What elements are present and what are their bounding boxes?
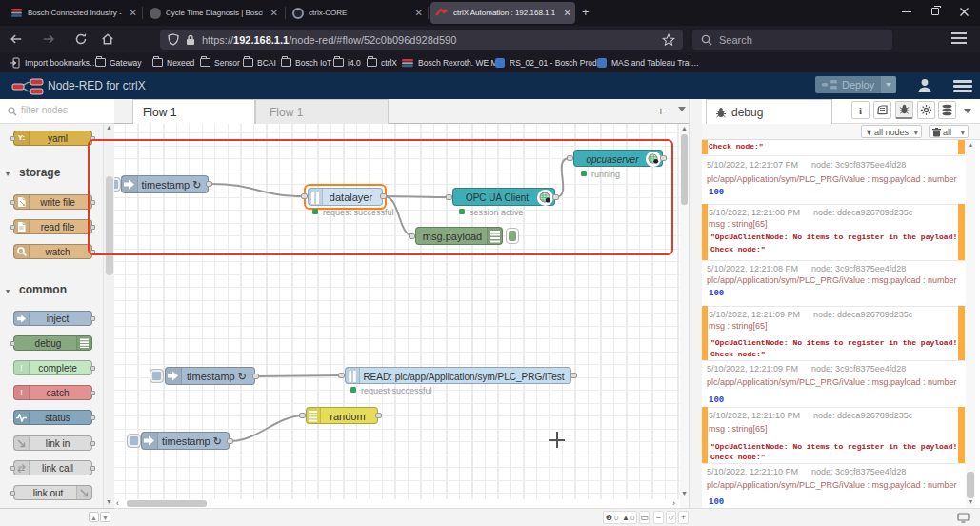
svg-text:i: i <box>859 105 862 116</box>
